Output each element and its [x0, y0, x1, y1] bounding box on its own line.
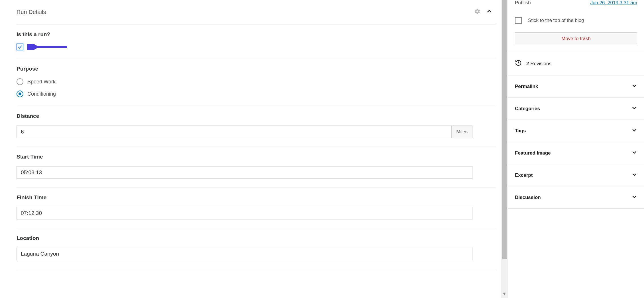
panel-categories[interactable]: Categories [508, 98, 644, 120]
revisions-label: Revisions [530, 61, 551, 66]
publish-row: Publish Jun 26, 2019 3:31 am [508, 0, 644, 11]
chevron-down-icon [631, 83, 637, 90]
publish-label: Publish [515, 0, 531, 6]
chevron-up-icon[interactable] [486, 8, 492, 16]
stick-label: Stick to the top of the blog [528, 18, 584, 23]
move-to-trash-button[interactable]: Move to trash [515, 32, 637, 45]
scrollbar-thumb[interactable] [502, 0, 507, 259]
field-finish-time: Finish Time [17, 188, 496, 228]
chevron-down-icon [631, 105, 637, 112]
chevron-down-icon [631, 172, 637, 179]
radio-label: Speed Work [27, 79, 56, 85]
scroll-down-icon[interactable]: ▼ [502, 291, 507, 296]
annotation-arrow-icon [27, 44, 67, 50]
revisions-count: 2 [526, 61, 529, 66]
field-label: Location [17, 235, 496, 241]
panel-tags[interactable]: Tags [508, 120, 644, 142]
distance-unit: Miles [451, 126, 472, 138]
start-time-input[interactable] [17, 166, 472, 179]
finish-time-input[interactable] [17, 207, 472, 219]
editor-scrollbar[interactable]: ▼ [501, 0, 508, 298]
chevron-down-icon [631, 149, 637, 157]
panel-featured-image[interactable]: Featured Image [508, 142, 644, 164]
panel-label: Featured Image [515, 150, 551, 156]
panel-label: Tags [515, 128, 526, 134]
document-sidebar: Publish Jun 26, 2019 3:31 am Stick to th… [508, 0, 644, 298]
field-label: Purpose [17, 66, 496, 72]
is-run-checkbox[interactable] [17, 44, 23, 50]
field-is-run: Is this a run? [17, 24, 496, 59]
panel-label: Categories [515, 106, 540, 112]
radio-conditioning[interactable]: Conditioning [17, 91, 496, 97]
stick-checkbox[interactable] [515, 17, 522, 24]
panel-permalink[interactable]: Permalink [508, 75, 644, 98]
panel-title: Run Details [17, 9, 474, 15]
field-label: Finish Time [17, 194, 496, 201]
panel-excerpt[interactable]: Excerpt [508, 164, 644, 186]
chevron-down-icon [631, 127, 637, 134]
editor-main: Run Details Is this a run? [0, 0, 501, 298]
distance-input[interactable] [17, 126, 451, 138]
panel-header[interactable]: Run Details [17, 0, 496, 24]
field-distance: Distance Miles [17, 106, 496, 147]
field-label: Is this a run? [17, 31, 496, 38]
panel-discussion[interactable]: Discussion [508, 186, 644, 209]
field-location: Location [17, 228, 496, 269]
stick-row: Stick to the top of the blog [508, 11, 644, 32]
field-label: Start Time [17, 154, 496, 160]
panel-label: Discussion [515, 195, 541, 200]
revisions-row[interactable]: 2 Revisions [508, 52, 644, 75]
radio-label: Conditioning [27, 91, 56, 97]
field-start-time: Start Time [17, 147, 496, 188]
gear-icon[interactable] [474, 8, 480, 16]
field-label: Distance [17, 113, 496, 119]
radio-speed-work[interactable]: Speed Work [17, 78, 496, 85]
panel-label: Permalink [515, 84, 538, 89]
history-icon [515, 59, 522, 68]
panel-label: Excerpt [515, 172, 533, 178]
field-purpose: Purpose Speed Work Conditioning [17, 59, 496, 106]
chevron-down-icon [631, 194, 637, 201]
location-input[interactable] [17, 248, 472, 260]
publish-date-link[interactable]: Jun 26, 2019 3:31 am [590, 0, 637, 6]
